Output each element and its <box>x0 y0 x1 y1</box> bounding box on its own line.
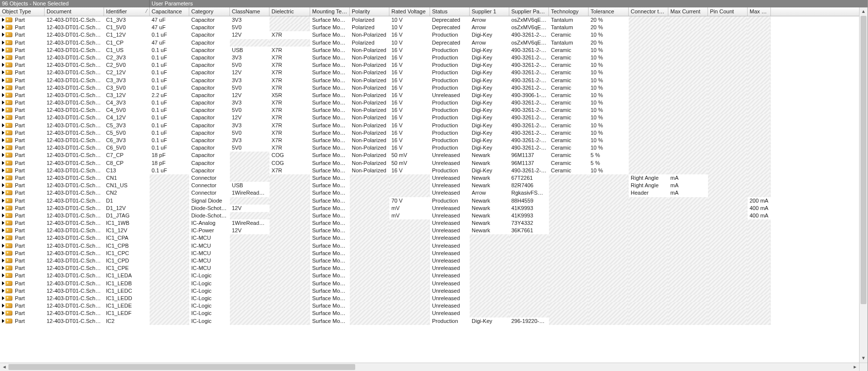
column-header-tol[interactable]: Tolerance <box>589 7 629 16</box>
table-row[interactable]: Part12-403-DT01-C.SchDocIC1_LEDFIC-Logic… <box>0 310 868 317</box>
table-row[interactable]: Part12-403-DT01-C.SchDocC4_12V0.1 uFCapa… <box>0 114 868 121</box>
expand-arrow-icon[interactable] <box>2 221 4 225</box>
column-header-mount[interactable]: Mounting Tec... <box>310 7 350 16</box>
expand-arrow-icon[interactable] <box>2 176 4 180</box>
expand-arrow-icon[interactable] <box>2 153 4 157</box>
expand-arrow-icon[interactable] <box>2 296 4 300</box>
expand-arrow-icon[interactable] <box>2 213 4 217</box>
table-row[interactable]: Part12-403-DT01-C.SchDocC1_US0.1 uFCapac… <box>0 47 868 54</box>
table-row[interactable]: Part12-403-DT01-C.SchDocIC1_CPCIC-MCUSur… <box>0 250 868 257</box>
table-row[interactable]: Part12-403-DT01-C.SchDocIC1_LEDAIC-Logic… <box>0 272 868 279</box>
column-header-spn[interactable]: Supplier Part ... <box>509 7 549 16</box>
expand-arrow-icon[interactable] <box>2 319 4 323</box>
expand-arrow-icon[interactable] <box>2 259 4 263</box>
expand-arrow-icon[interactable] <box>2 244 4 248</box>
expand-arrow-icon[interactable] <box>2 18 4 22</box>
column-header-cls[interactable]: ClassName <box>230 7 270 16</box>
table-row[interactable]: Part12-403-DT01-C.SchDocC1_5V047 uFCapac… <box>0 24 868 31</box>
table-row[interactable]: Part12-403-DT01-C.SchDocIC1_CPAIC-MCUSur… <box>0 234 868 242</box>
table-row[interactable]: Part12-403-DT01-C.SchDocIC1_CPDIC-MCUSur… <box>0 257 868 265</box>
table-row[interactable]: Part12-403-DT01-C.SchDocIC1_LEDBIC-Logic… <box>0 280 868 287</box>
expand-arrow-icon[interactable] <box>2 123 4 127</box>
table-row[interactable]: Part12-403-DT01-C.SchDocD1Signal DiodeSu… <box>0 197 868 205</box>
table-row[interactable]: Part12-403-DT01-C.SchDocD1_JTAGDiode-Sch… <box>0 212 868 219</box>
table-row[interactable]: Part12-403-DT01-C.SchDocC3_12V2.2 uFCapa… <box>0 92 868 99</box>
expand-arrow-icon[interactable] <box>2 41 4 45</box>
horizontal-scroll-thumb[interactable] <box>8 364 355 370</box>
column-header-maxcur[interactable]: Max Current <box>668 7 708 16</box>
table-row[interactable]: Part12-403-DT01-C.SchDocIC2IC-LogicSurfa… <box>0 318 868 325</box>
table-row[interactable]: Part12-403-DT01-C.SchDocC3_5V00.1 uFCapa… <box>0 84 868 92</box>
table-row[interactable]: Part12-403-DT01-C.SchDocC4_5V00.1 uFCapa… <box>0 106 868 114</box>
table-row[interactable]: Part12-403-DT01-C.SchDocC6_3V30.1 uFCapa… <box>0 137 868 144</box>
scroll-down-button[interactable]: ▾ <box>860 354 868 363</box>
column-header-contype[interactable]: Connector type <box>629 7 668 16</box>
table-row[interactable]: Part12-403-DT01-C.SchDocC2_5V00.1 uFCapa… <box>0 61 868 69</box>
column-header-rv[interactable]: Rated Voltage <box>389 7 430 16</box>
table-row[interactable]: Part12-403-DT01-C.SchDocCN2Connector1Wir… <box>0 189 868 197</box>
table-row[interactable]: Part12-403-DT01-C.SchDocC2_12V0.1 uFCapa… <box>0 69 868 76</box>
expand-arrow-icon[interactable] <box>2 273 4 277</box>
expand-arrow-icon[interactable] <box>2 101 4 105</box>
expand-arrow-icon[interactable] <box>2 70 4 74</box>
table-row[interactable]: Part12-403-DT01-C.SchDocIC1_12VIC-Power1… <box>0 227 868 234</box>
expand-arrow-icon[interactable] <box>2 206 4 210</box>
table-row[interactable]: Part12-403-DT01-C.SchDocCN1_USConnectorU… <box>0 182 868 189</box>
expand-arrow-icon[interactable] <box>2 161 4 165</box>
expand-arrow-icon[interactable] <box>2 236 4 240</box>
table-row[interactable]: Part12-403-DT01-C.SchDocD1_12VDiode-Scho… <box>0 205 868 212</box>
table-row[interactable]: Part12-403-DT01-C.SchDocC1_12V0.1 uFCapa… <box>0 31 868 39</box>
expand-arrow-icon[interactable] <box>2 33 4 37</box>
column-header-cap[interactable]: Capacitance <box>150 7 189 16</box>
table-row[interactable]: Part12-403-DT01-C.SchDocC2_3V30.1 uFCapa… <box>0 54 868 61</box>
column-header-diel[interactable]: Dielectric <box>270 7 310 16</box>
expand-arrow-icon[interactable] <box>2 25 4 29</box>
table-row[interactable]: Part12-403-DT01-C.SchDocIC1_1WBIC-Analog… <box>0 219 868 227</box>
column-header-pol[interactable]: Polarity <box>350 7 389 16</box>
table-row[interactable]: Part12-403-DT01-C.SchDocC8_CP18 pFCapaci… <box>0 159 868 167</box>
table-row[interactable]: Part12-403-DT01-C.SchDocIC1_LEDDIC-Logic… <box>0 295 868 302</box>
table-row[interactable]: Part12-403-DT01-C.SchDocC1_CP47 uFCapaci… <box>0 39 868 47</box>
column-header-objtype[interactable]: Object Type <box>0 7 45 16</box>
vertical-scrollbar[interactable]: ▴ ▾ <box>859 7 868 363</box>
expand-arrow-icon[interactable] <box>2 183 4 187</box>
expand-arrow-icon[interactable] <box>2 199 4 203</box>
column-header-doc[interactable]: Document <box>45 7 104 16</box>
column-header-cat[interactable]: Category <box>189 7 230 16</box>
vertical-scroll-thumb[interactable] <box>861 16 867 304</box>
table-row[interactable]: Part12-403-DT01-C.SchDocC6_5V00.1 uFCapa… <box>0 144 868 152</box>
expand-arrow-icon[interactable] <box>2 168 4 172</box>
table-row[interactable]: Part12-403-DT01-C.SchDocC7_CP18 pFCapaci… <box>0 152 868 159</box>
table-row[interactable]: Part12-403-DT01-C.SchDocC5_5V00.1 uFCapa… <box>0 129 868 137</box>
expand-arrow-icon[interactable] <box>2 63 4 67</box>
table-row[interactable]: Part12-403-DT01-C.SchDocIC1_CPEIC-MCUSur… <box>0 265 868 272</box>
expand-arrow-icon[interactable] <box>2 311 4 315</box>
expand-arrow-icon[interactable] <box>2 86 4 90</box>
expand-arrow-icon[interactable] <box>2 146 4 150</box>
column-header-ident[interactable]: Identifier⁄ <box>104 7 150 16</box>
expand-arrow-icon[interactable] <box>2 55 4 59</box>
column-header-tech[interactable]: Technology <box>549 7 589 16</box>
table-row[interactable]: Part12-403-DT01-C.SchDocCN1ConnectorSurf… <box>0 174 868 182</box>
expand-arrow-icon[interactable] <box>2 251 4 255</box>
column-header-pincount[interactable]: Pin Count <box>708 7 748 16</box>
table-row[interactable]: Part12-403-DT01-C.SchDocIC1_CPBIC-MCUSur… <box>0 242 868 250</box>
scroll-left-button[interactable]: ◂ <box>0 363 8 371</box>
table-row[interactable]: Part12-403-DT01-C.SchDocC3_3V30.1 uFCapa… <box>0 77 868 84</box>
expand-arrow-icon[interactable] <box>2 289 4 293</box>
scroll-right-button[interactable]: ▸ <box>851 363 859 371</box>
table-row[interactable]: Part12-403-DT01-C.SchDocC5_3V30.1 uFCapa… <box>0 122 868 129</box>
expand-arrow-icon[interactable] <box>2 93 4 97</box>
table-row[interactable]: Part12-403-DT01-C.SchDocC130.1 uFCapacit… <box>0 167 868 174</box>
expand-arrow-icon[interactable] <box>2 191 4 195</box>
expand-arrow-icon[interactable] <box>2 266 4 270</box>
expand-arrow-icon[interactable] <box>2 228 4 232</box>
table-row[interactable]: Part12-403-DT01-C.SchDocC4_3V30.1 uFCapa… <box>0 99 868 106</box>
expand-arrow-icon[interactable] <box>2 78 4 82</box>
expand-arrow-icon[interactable] <box>2 131 4 135</box>
column-header-maxfor[interactable]: Max Forv <box>748 7 771 16</box>
table-row[interactable]: Part12-403-DT01-C.SchDocC1_3V347 uFCapac… <box>0 16 868 24</box>
expand-arrow-icon[interactable] <box>2 281 4 285</box>
expand-arrow-icon[interactable] <box>2 108 4 112</box>
expand-arrow-icon[interactable] <box>2 304 4 308</box>
